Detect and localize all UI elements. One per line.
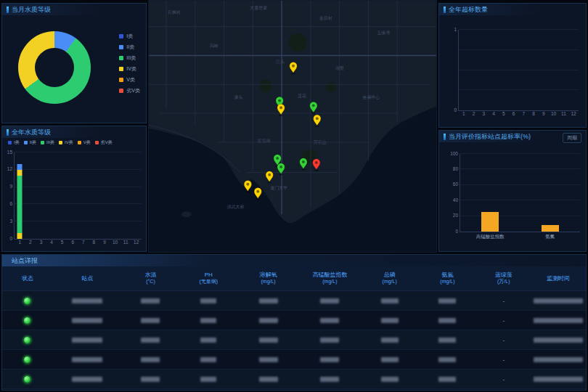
- table-row[interactable]: -: [2, 350, 586, 369]
- table-cell: [531, 357, 586, 362]
- masked-value: [320, 298, 339, 303]
- gridline: [459, 89, 579, 90]
- legend-item[interactable]: 劣V类: [119, 87, 140, 94]
- masked-value: [72, 298, 102, 303]
- legend-label: IV类: [65, 139, 73, 146]
- status-indicator: [24, 356, 30, 363]
- legend-swatch: [119, 67, 123, 71]
- column-header-name: 蓝绿藻: [495, 271, 513, 279]
- legend-item[interactable]: III类: [41, 139, 54, 146]
- masked-value: [141, 318, 160, 323]
- table-cell: [122, 357, 180, 362]
- x-axis-tick: 11: [561, 110, 566, 117]
- legend-label: III类: [126, 54, 136, 62]
- legend-item[interactable]: IV类: [119, 65, 140, 73]
- annual-bar-chart[interactable]: 03691215123456789101112: [14, 152, 142, 240]
- x-axis-tick: 8: [532, 110, 535, 117]
- x-axis-tick: 11: [123, 239, 128, 245]
- rate-bar[interactable]: [542, 225, 559, 232]
- map-place-label: 五缘湾: [377, 30, 390, 35]
- period-selector[interactable]: 周期: [563, 133, 581, 143]
- map-place-label: 演武大桥: [227, 204, 245, 209]
- exceed-line-chart[interactable]: 01123456789101112: [458, 30, 579, 111]
- masked-value: [381, 298, 399, 303]
- x-axis-tick: 7: [523, 110, 526, 117]
- x-axis-tick: 2: [473, 110, 475, 117]
- table-cell: [2, 337, 53, 343]
- donut-chart[interactable]: [18, 31, 91, 104]
- masked-value: [259, 357, 278, 362]
- table-cell: -: [476, 376, 531, 383]
- gridline: [15, 152, 142, 152]
- legend-item[interactable]: V类: [78, 139, 91, 146]
- table-titlebar: 站点详报: [2, 255, 586, 266]
- masked-value: [381, 357, 399, 362]
- panel-title: 全年超标数量: [449, 5, 488, 15]
- masked-value: [200, 357, 216, 362]
- x-axis-tick: 6: [513, 110, 515, 117]
- gridline: [15, 221, 142, 221]
- table-row[interactable]: -: [2, 291, 586, 311]
- rate-bar[interactable]: [481, 212, 499, 232]
- masked-value: [259, 298, 278, 303]
- table-cell: [531, 338, 586, 343]
- legend-item[interactable]: II类: [24, 139, 36, 146]
- legend-item[interactable]: 劣V类: [95, 139, 113, 146]
- legend-item[interactable]: III类: [119, 54, 140, 62]
- legend-item[interactable]: IV类: [59, 139, 73, 146]
- rate-bar-chart[interactable]: 020406080100高锰酸盐指数氨氮: [460, 154, 580, 232]
- y-axis-tick: 100: [450, 152, 460, 157]
- column-header-name: 水温: [144, 271, 156, 279]
- table-cell: [179, 377, 237, 382]
- table-row[interactable]: -: [2, 311, 586, 330]
- y-axis-tick: 12: [7, 168, 15, 173]
- map-place-label: 筼筜湖: [257, 139, 270, 143]
- map[interactable]: 石狮村大唐世家县后村五缘湾高崎江头湖里濠头莲花会展中心筼筜湖万石山厦门大学演武大…: [148, 0, 437, 253]
- table-cell: [179, 338, 237, 343]
- stacked-bar[interactable]: [17, 164, 23, 239]
- legend-item[interactable]: II类: [119, 44, 140, 51]
- table-cell: [53, 357, 122, 362]
- algae-value: -: [502, 317, 505, 324]
- column-header: 溶解氧(mg/L): [237, 266, 299, 290]
- masked-value: [320, 357, 339, 362]
- map-place-label: 江头: [276, 60, 285, 64]
- legend-swatch: [119, 34, 123, 38]
- column-header: 监测时间: [531, 266, 586, 290]
- table-cell: [2, 317, 53, 324]
- y-axis-tick: 1: [454, 28, 459, 33]
- legend-item[interactable]: I类: [119, 33, 140, 40]
- table-cell: [361, 377, 419, 382]
- table-cell: [419, 318, 477, 323]
- table-cell: [237, 357, 299, 362]
- map-place-label: 莲花: [298, 94, 306, 99]
- gridline: [460, 168, 580, 169]
- column-header-name: 站点: [81, 275, 93, 282]
- y-axis-tick: 60: [453, 183, 460, 188]
- gridline: [460, 200, 580, 200]
- table-cell: [299, 357, 361, 362]
- table-row[interactable]: -: [2, 369, 586, 389]
- legend-item[interactable]: I类: [8, 139, 20, 146]
- x-axis-tick: 10: [551, 110, 556, 117]
- table-cell: [419, 298, 477, 303]
- legend-label: IV类: [126, 65, 136, 73]
- column-header-name: 溶解氧: [260, 271, 277, 279]
- map-place-label: 大唐世家: [250, 5, 267, 10]
- table-cell: [53, 318, 122, 323]
- table-cell: [361, 338, 419, 343]
- table-cell: [2, 356, 53, 363]
- legend-item[interactable]: V类: [119, 76, 140, 83]
- x-axis-tick: 12: [134, 239, 139, 245]
- legend-swatch: [59, 141, 62, 144]
- status-indicator: [24, 298, 30, 304]
- masked-value: [72, 318, 102, 323]
- table-cell: [2, 376, 53, 383]
- masked-value: [72, 377, 102, 382]
- table-row[interactable]: -: [2, 330, 586, 350]
- x-axis-tick: 9: [542, 110, 545, 117]
- masked-value: [438, 298, 456, 303]
- masked-value: [259, 318, 278, 323]
- masked-value: [72, 338, 102, 343]
- table-cell: [531, 377, 586, 382]
